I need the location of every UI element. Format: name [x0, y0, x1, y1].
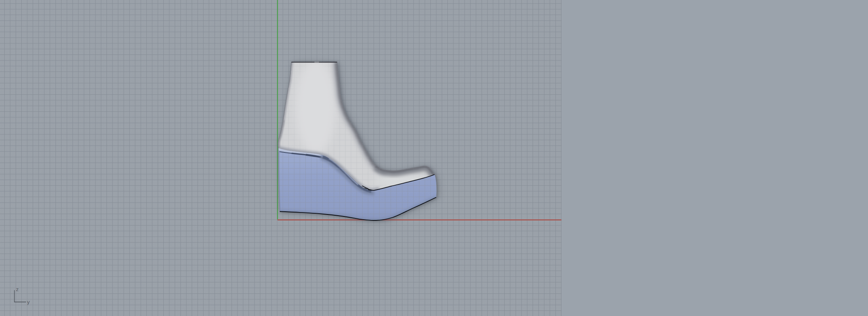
svg-text:y: y [27, 299, 30, 305]
svg-text:z: z [16, 286, 19, 292]
